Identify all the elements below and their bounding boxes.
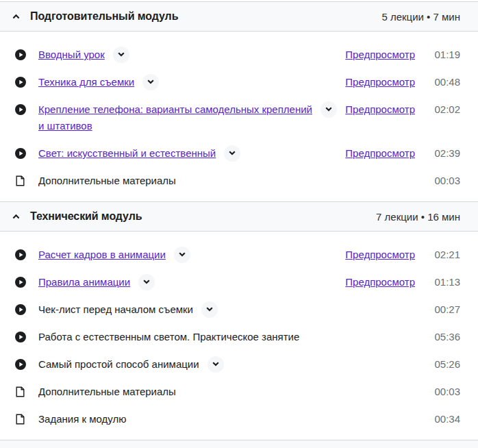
lecture-title: Дополнительные материалы <box>38 173 176 189</box>
course-curriculum: Подготовительный модуль5 лекции • 7 минВ… <box>0 1 478 440</box>
lecture-duration: 02:02 <box>430 101 460 118</box>
chevron-down-icon <box>178 250 186 260</box>
chevron-down-icon <box>325 105 333 115</box>
lecture-title-link[interactable]: Свет: искусственный и естественный <box>38 145 216 162</box>
section-meta: 7 лекции • 16 мин <box>376 211 460 223</box>
expand-lecture-button[interactable] <box>138 274 155 290</box>
chevron-down-icon <box>205 305 214 315</box>
lecture-title: Чек-лист перед началом съемки <box>38 301 193 318</box>
play-icon <box>15 49 26 60</box>
chevron-down-icon <box>117 50 125 60</box>
expand-lecture-button[interactable] <box>224 145 240 162</box>
expand-lecture-button[interactable] <box>142 74 159 90</box>
document-icon <box>15 175 26 186</box>
expand-lecture-button[interactable] <box>113 47 129 63</box>
section-body: Расчет кадров в анимацииПредпросмотр02:2… <box>0 232 478 440</box>
lecture-row: Расчет кадров в анимацииПредпросмотр02:2… <box>0 241 478 269</box>
chevron-down-icon <box>142 277 151 288</box>
lecture-title-link[interactable]: Крепление телефона: варианты самодельных… <box>38 101 312 134</box>
play-icon <box>15 249 26 260</box>
section-title: Подготовительный модуль <box>30 10 178 23</box>
lecture-row: Правила анимацииПредпросмотр01:13 <box>0 269 478 296</box>
preview-link[interactable]: Предпросмотр <box>345 247 415 263</box>
play-icon <box>15 277 26 288</box>
section-header[interactable]: Технический модуль7 лекции • 16 мин <box>0 201 478 232</box>
preview-link[interactable]: Предпросмотр <box>345 101 415 118</box>
lecture-duration: 01:13 <box>430 274 460 290</box>
lecture-duration: 01:19 <box>430 47 460 63</box>
lecture-duration: 00:27 <box>430 301 460 318</box>
lecture-row: Задания к модулю00:34 <box>0 406 478 433</box>
preview-link[interactable]: Предпросмотр <box>345 47 415 63</box>
next-section-peek <box>0 440 478 448</box>
curriculum-section: Подготовительный модуль5 лекции • 7 минВ… <box>0 1 478 201</box>
lecture-row: Вводный урокПредпросмотр01:19 <box>0 41 478 69</box>
expand-lecture-button[interactable] <box>174 247 190 263</box>
lecture-duration: 02:39 <box>430 145 460 162</box>
lecture-duration: 00:48 <box>430 74 460 90</box>
expand-lecture-button[interactable] <box>320 101 337 118</box>
lecture-row: Чек-лист перед началом съемки00:27 <box>0 296 478 323</box>
play-icon <box>15 359 26 370</box>
section-meta: 5 лекции • 7 мин <box>381 11 460 23</box>
play-icon <box>15 148 26 159</box>
section-title: Технический модуль <box>30 210 142 223</box>
lecture-row: Техника для съемкиПредпросмотр00:48 <box>0 69 478 96</box>
document-icon <box>15 386 26 397</box>
play-icon <box>15 104 26 115</box>
play-icon <box>15 77 26 88</box>
lecture-duration: 05:26 <box>430 356 460 373</box>
lecture-title: Дополнительные материалы <box>38 384 176 400</box>
lecture-duration: 00:34 <box>430 411 460 427</box>
section-header[interactable]: Подготовительный модуль5 лекции • 7 мин <box>0 1 478 32</box>
lecture-title: Задания к модулю <box>38 411 126 427</box>
lecture-duration: 00:03 <box>430 173 460 189</box>
lecture-duration: 00:03 <box>430 384 460 400</box>
section-body: Вводный урокПредпросмотр01:19Техника для… <box>0 32 478 201</box>
lecture-title-link[interactable]: Расчет кадров в анимации <box>38 247 166 263</box>
lecture-title: Самый простой способ анимации <box>38 356 199 373</box>
preview-link[interactable]: Предпросмотр <box>345 145 415 162</box>
lecture-row: Крепление телефона: варианты самодельных… <box>0 96 478 140</box>
lecture-duration: 05:36 <box>430 329 460 345</box>
preview-link[interactable]: Предпросмотр <box>345 74 415 90</box>
lecture-row: Дополнительные материалы00:03 <box>0 167 478 195</box>
lecture-title: Работа с естественным светом. Практическ… <box>38 329 299 345</box>
lecture-row: Дополнительные материалы00:03 <box>0 378 478 406</box>
lecture-row: Самый простой способ анимации05:26 <box>0 351 478 378</box>
lecture-row: Работа с естественным светом. Практическ… <box>0 323 478 351</box>
play-icon <box>15 304 26 315</box>
lecture-duration: 02:21 <box>430 247 460 263</box>
lecture-title-link[interactable]: Вводный урок <box>38 47 105 63</box>
lecture-row: Свет: искусственный и естественныйПредпр… <box>0 140 478 167</box>
curriculum-section: Технический модуль7 лекции • 16 минРасче… <box>0 201 478 440</box>
expand-lecture-button[interactable] <box>201 301 218 318</box>
chevron-up-icon <box>11 12 21 21</box>
chevron-down-icon <box>212 360 220 370</box>
chevron-down-icon <box>147 77 155 88</box>
lecture-title-link[interactable]: Правила анимации <box>38 274 130 290</box>
preview-link[interactable]: Предпросмотр <box>345 274 415 290</box>
chevron-down-icon <box>228 149 236 159</box>
play-icon <box>15 332 26 343</box>
lecture-title-link[interactable]: Техника для съемки <box>38 74 134 90</box>
expand-lecture-button[interactable] <box>207 356 224 373</box>
document-icon <box>15 414 26 425</box>
chevron-up-icon <box>11 212 21 221</box>
